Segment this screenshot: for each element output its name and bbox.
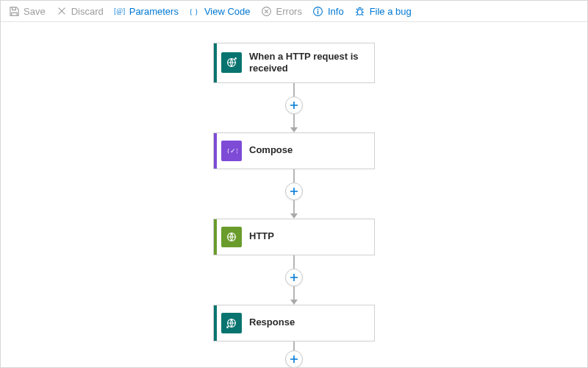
save-icon	[8, 5, 20, 17]
svg-text:[@]: [@]	[114, 7, 125, 15]
connector	[285, 255, 303, 305]
step-label: Response	[249, 316, 295, 328]
compose-icon: {✓}	[221, 141, 242, 161]
connector-line	[293, 286, 295, 300]
add-step-button[interactable]	[285, 96, 303, 114]
step-http[interactable]: HTTP	[213, 219, 375, 255]
save-button[interactable]: Save	[8, 5, 46, 17]
svg-rect-5	[318, 10, 318, 14]
step-label: Compose	[249, 144, 293, 156]
arrow-down-icon	[290, 300, 298, 305]
designer-canvas: When a HTTP request is received {✓} Comp…	[1, 22, 587, 365]
bug-icon	[354, 5, 366, 17]
http-icon	[221, 227, 242, 247]
step-accent	[214, 43, 217, 82]
parameters-button[interactable]: [@] Parameters	[114, 5, 179, 17]
step-label: HTTP	[249, 230, 274, 242]
file-bug-button[interactable]: File a bug	[354, 5, 412, 17]
step-compose[interactable]: {✓} Compose	[213, 132, 375, 169]
connector-line	[293, 342, 295, 350]
file-bug-label: File a bug	[370, 6, 412, 17]
svg-point-4	[318, 8, 319, 10]
svg-text:{ }: { }	[189, 7, 198, 15]
error-icon	[261, 5, 273, 17]
parameters-icon: [@]	[114, 5, 126, 17]
connector-line	[293, 83, 295, 96]
info-icon	[312, 5, 324, 17]
info-button[interactable]: Info	[312, 5, 344, 17]
braces-icon: { }	[189, 5, 201, 17]
add-step-button[interactable]	[285, 183, 303, 200]
discard-label: Discard	[71, 6, 104, 17]
svg-text:{✓}: {✓}	[227, 147, 237, 155]
save-label: Save	[24, 6, 46, 17]
errors-button[interactable]: Errors	[261, 5, 302, 17]
response-icon	[221, 313, 242, 333]
arrow-down-icon	[290, 127, 298, 132]
step-label: When a HTTP request is received	[249, 51, 365, 75]
errors-label: Errors	[276, 6, 302, 17]
toolbar: Save Discard [@] Parameters { } View Cod…	[1, 1, 587, 22]
view-code-button[interactable]: { } View Code	[189, 5, 251, 17]
view-code-label: View Code	[204, 6, 251, 17]
connector-line	[293, 114, 295, 127]
add-step-button[interactable]	[285, 350, 303, 368]
step-accent	[214, 219, 217, 255]
step-accent	[214, 305, 217, 341]
add-step-button[interactable]	[285, 269, 303, 286]
connector-line	[293, 255, 295, 269]
info-label: Info	[328, 6, 344, 17]
step-trigger-http-request[interactable]: When a HTTP request is received	[213, 43, 375, 83]
discard-button[interactable]: Discard	[56, 5, 104, 17]
connector-line	[293, 169, 295, 183]
connector-line	[293, 200, 295, 213]
arrow-down-icon	[290, 213, 298, 219]
step-accent	[214, 133, 217, 169]
parameters-label: Parameters	[129, 6, 179, 17]
connector	[285, 83, 303, 132]
http-request-icon	[221, 52, 242, 73]
svg-point-6	[357, 9, 362, 15]
connector	[285, 342, 303, 368]
connector	[285, 169, 303, 219]
step-response[interactable]: Response	[213, 305, 375, 342]
close-icon	[56, 5, 68, 17]
